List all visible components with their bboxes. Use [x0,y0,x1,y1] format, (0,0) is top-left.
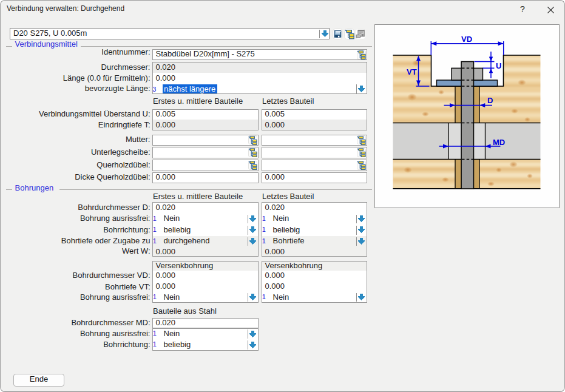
svg-text:VT: VT [407,67,417,76]
svg-text:U: U [496,61,501,70]
svg-text:MD: MD [493,138,505,147]
svg-text:D: D [487,96,493,105]
svg-text:VD: VD [461,35,472,44]
